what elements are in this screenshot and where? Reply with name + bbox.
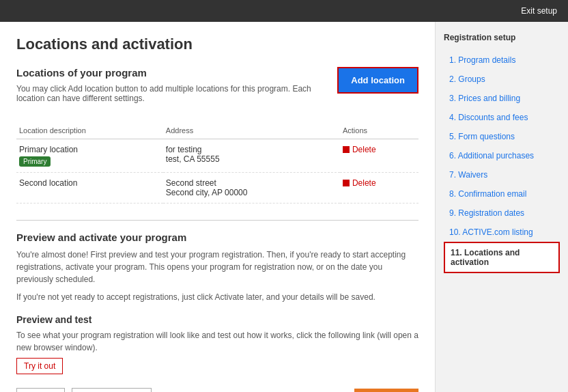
footer-buttons: Back Activate later Activate (16, 388, 418, 392)
location-address-cell: Second streetSecond city, AP 00000 (163, 173, 340, 204)
try-it-out-button[interactable]: Try it out (16, 358, 63, 374)
location-name: Second location (19, 178, 77, 188)
location-address-cell: for testingtest, CA 55555 (163, 139, 340, 173)
preview-desc1: You're almost done! First preview and te… (16, 249, 418, 285)
sidebar-item-2[interactable]: 2. Groups (444, 70, 560, 89)
locations-table: Location description Address Actions Pri… (16, 122, 418, 204)
sidebar-item-1[interactable]: 1. Program details (444, 51, 560, 70)
preview-subsection-title: Preview and test (16, 314, 418, 325)
locations-section-title: Locations of your program (16, 67, 326, 79)
address-line1: for testing (166, 145, 202, 154)
primary-badge: Primary (19, 156, 51, 167)
top-bar: Exit setup (0, 0, 568, 22)
sidebar-item-3[interactable]: 3. Prices and billing (444, 89, 560, 108)
table-row: Primary locationPrimaryfor testingtest, … (16, 139, 418, 173)
sidebar-item-6[interactable]: 6. Additional purchases (444, 146, 560, 165)
preview-desc2: If you're not yet ready to accept regist… (16, 291, 418, 303)
location-name-cell: Primary locationPrimary (16, 139, 163, 173)
back-button[interactable]: Back (16, 388, 65, 392)
page-title: Locations and activation (16, 36, 418, 53)
exit-setup-button[interactable]: Exit setup (521, 6, 557, 16)
sidebar-item-5[interactable]: 5. Form questions (444, 127, 560, 146)
sidebar-item-9[interactable]: 9. Registration dates (444, 204, 560, 223)
sidebar-item-7[interactable]: 7. Waivers (444, 165, 560, 184)
section-divider (16, 220, 418, 221)
delete-icon (343, 180, 350, 186)
activate-button[interactable]: Activate (354, 389, 418, 392)
address-line2: Second city, AP 00000 (166, 188, 248, 197)
sidebar: Registration setup 1. Program details2. … (435, 22, 568, 392)
sidebar-title: Registration setup (444, 33, 560, 42)
add-location-button[interactable]: Add location (337, 67, 418, 94)
address-line2: test, CA 55555 (166, 154, 220, 164)
location-action-cell: Delete (340, 173, 418, 204)
delete-button[interactable]: Delete (343, 178, 416, 188)
col-header-address: Address (163, 122, 340, 139)
sidebar-item-4[interactable]: 4. Discounts and fees (444, 108, 560, 127)
preview-section-title: Preview and activate your program (16, 232, 418, 243)
sidebar-item-10[interactable]: 10. ACTIVE.com listing (444, 223, 560, 242)
location-action-cell: Delete (340, 139, 418, 173)
preview-section: Preview and activate your program You're… (16, 232, 418, 303)
locations-header-left: Locations of your program You may click … (16, 67, 326, 111)
delete-button[interactable]: Delete (343, 145, 416, 154)
location-name-cell: Second location (16, 173, 163, 204)
delete-icon (343, 146, 350, 153)
locations-header: Locations of your program You may click … (16, 67, 418, 111)
preview-subsection-desc: To see what your program registration wi… (16, 329, 418, 354)
col-header-actions: Actions (340, 122, 418, 139)
address-line1: Second street (166, 178, 216, 188)
locations-section-desc: You may click Add location button to add… (16, 84, 326, 103)
table-row: Second locationSecond streetSecond city,… (16, 173, 418, 204)
content-area: Locations and activation Locations of yo… (0, 22, 435, 392)
activate-later-button[interactable]: Activate later (72, 388, 152, 392)
sidebar-item-11[interactable]: 11. Locations and activation (444, 242, 560, 273)
sidebar-item-8[interactable]: 8. Confirmation email (444, 184, 560, 204)
col-header-location: Location description (16, 122, 163, 139)
location-name: Primary location (19, 145, 78, 154)
